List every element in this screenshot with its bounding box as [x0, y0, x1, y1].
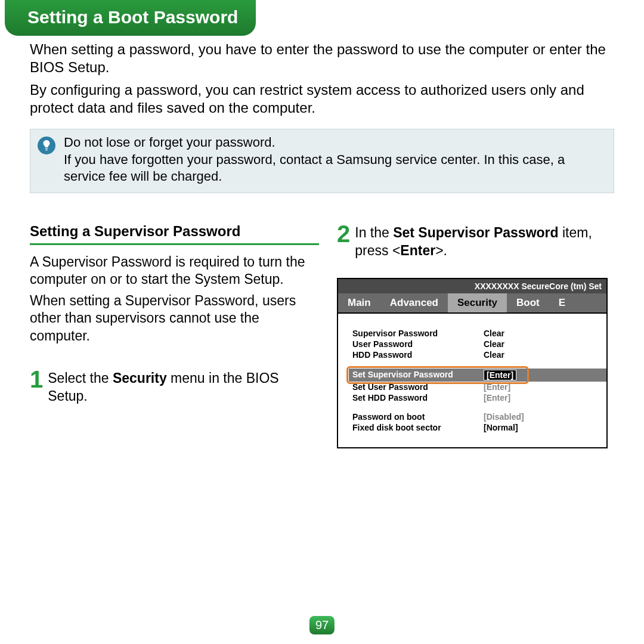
bios-row-password-on-boot: Password on boot [Disabled] [352, 411, 606, 422]
bios-value: Clear [484, 339, 504, 349]
intro-paragraph-1: When setting a password, you have to ent… [30, 41, 614, 76]
bios-label: HDD Password [352, 350, 484, 360]
bios-tabs: Main Advanced Security Boot E [338, 293, 606, 312]
bios-value: [Normal] [484, 423, 518, 432]
bios-label: Set User Password [352, 382, 484, 392]
intro-paragraph-2: By configuring a password, you can restr… [30, 81, 614, 117]
step2-bold: Set Supervisor Password [393, 225, 558, 240]
bios-tab-main: Main [338, 293, 380, 312]
step2-pre: In the [355, 225, 393, 240]
right-column: 2 In the Set Supervisor Password item, p… [337, 223, 626, 448]
step-number: 1 [30, 369, 43, 390]
left-column: Setting a Supervisor Password A Supervis… [30, 223, 319, 448]
bios-value: Clear [484, 350, 504, 360]
bios-label: Set Supervisor Password [352, 370, 484, 380]
bios-label: User Password [352, 339, 484, 349]
bios-value: [Enter] [484, 382, 510, 392]
bios-tab-security: Security [448, 293, 507, 312]
bios-tab-advanced: Advanced [380, 293, 448, 312]
page-title: Setting a Boot Password [5, 0, 256, 36]
step2-post: >. [435, 243, 447, 258]
tip-callout: Do not lose or forget your password. If … [30, 129, 614, 193]
bios-label: Password on boot [352, 412, 484, 422]
bios-label: Supervisor Password [352, 329, 484, 338]
bios-content: Supervisor Password Clear User Password … [338, 312, 606, 447]
lightbulb-icon [38, 137, 55, 154]
left-paragraph-2: When setting a Supervisor Password, user… [30, 292, 319, 345]
bios-row-supervisor: Supervisor Password Clear [352, 328, 606, 339]
left-paragraph-1: A Supervisor Password is required to tur… [30, 253, 319, 289]
step2-bold2: Enter [400, 243, 435, 258]
bios-tab-exit: E [549, 293, 575, 312]
bios-value: Clear [484, 329, 504, 338]
bios-row-set-hdd: Set HDD Password [Enter] [352, 392, 606, 403]
bios-value: [Enter] [484, 370, 516, 380]
step-text: In the Set Supervisor Password item, pre… [355, 223, 626, 260]
bios-titlebar: XXXXXXXX SecureCore (tm) Set [338, 279, 606, 293]
page-number: 97 [309, 616, 335, 634]
tip-text: Do not lose or forget your password. If … [64, 134, 606, 185]
step-2: 2 In the Set Supervisor Password item, p… [337, 223, 626, 260]
tip-line-2: If you have forgotten your password, con… [64, 152, 565, 184]
section-heading: Setting a Supervisor Password [30, 223, 319, 245]
step-text: Select the Security menu in the BIOS Set… [48, 369, 319, 405]
bios-row-fixed-disk: Fixed disk boot sector [Normal] [352, 422, 606, 433]
bios-screenshot: XXXXXXXX SecureCore (tm) Set Main Advanc… [337, 278, 608, 448]
bios-row-hdd: HDD Password Clear [352, 349, 606, 360]
step-1: 1 Select the Security menu in the BIOS S… [30, 369, 319, 405]
bios-tab-boot: Boot [507, 293, 549, 312]
bios-label: Fixed disk boot sector [352, 423, 484, 432]
bios-label: Set HDD Password [352, 393, 484, 402]
step1-pre: Select the [48, 370, 113, 386]
tip-line-1: Do not lose or forget your password. [64, 135, 275, 150]
bios-row-set-supervisor: Set Supervisor Password [Enter] [352, 369, 606, 382]
bios-row-user: User Password Clear [352, 339, 606, 349]
step1-bold: Security [113, 370, 167, 386]
bios-value: [Enter] [484, 393, 510, 402]
bios-value: [Disabled] [484, 412, 524, 422]
bios-row-set-user: Set User Password [Enter] [352, 382, 606, 392]
step-number: 2 [337, 223, 350, 244]
